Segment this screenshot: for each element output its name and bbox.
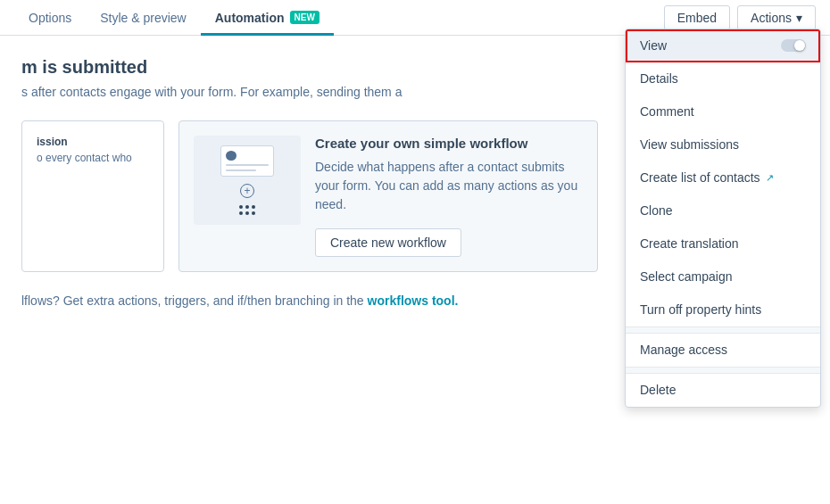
toggle-knob [794, 40, 805, 51]
workflow-card-desc: Decide what happens after a contact subm… [315, 158, 583, 214]
dropdown-item-view-submissions[interactable]: View submissions [626, 128, 820, 161]
external-link-icon: ↗ [766, 172, 774, 184]
submission-card-title: ission [37, 136, 149, 148]
embed-button[interactable]: Embed [664, 5, 730, 30]
view-toggle[interactable] [781, 39, 806, 52]
dropdown-item-view[interactable]: View [626, 29, 820, 62]
form-line-2 [226, 169, 256, 171]
dropdown-item-create-list[interactable]: Create list of contacts ↗ [626, 161, 820, 194]
workflow-card-content: Create your own simple workflow Decide w… [315, 136, 583, 257]
new-badge: NEW [290, 11, 320, 24]
create-workflow-button[interactable]: Create new workflow [315, 228, 461, 257]
tab-options[interactable]: Options [14, 0, 86, 36]
dropdown-item-select-campaign[interactable]: Select campaign [626, 260, 820, 293]
workflows-tool-link[interactable]: workflows tool. [368, 293, 459, 308]
page-subtitle: s after contacts engage with your form. … [21, 85, 607, 99]
tab-style-preview[interactable]: Style & preview [86, 0, 200, 36]
dropdown-item-turn-off-hints[interactable]: Turn off property hints [626, 293, 820, 326]
workflow-card: + Create your own simple workflow Decide… [178, 120, 598, 272]
actions-dropdown: View Details Comment View submissions Cr… [625, 29, 821, 408]
tab-automation[interactable]: Automation NEW [201, 0, 334, 36]
main-content: m is submitted s after contacts engage w… [0, 36, 607, 308]
page-title: m is submitted [21, 57, 607, 78]
dropdown-item-delete[interactable]: Delete [626, 374, 820, 407]
submission-card: ission o every contact who [21, 120, 164, 272]
workflow-cards: ission o every contact who + [21, 120, 607, 272]
dropdown-item-details[interactable]: Details [626, 62, 820, 95]
submission-card-desc: o every contact who [37, 152, 149, 164]
actions-button[interactable]: Actions ▾ [737, 5, 816, 30]
dots-grid [239, 205, 255, 215]
dropdown-section-divider-2 [626, 367, 820, 374]
form-icon [220, 145, 274, 177]
workflow-card-title: Create your own simple workflow [315, 136, 583, 151]
dropdown-item-comment[interactable]: Comment [626, 95, 820, 128]
bottom-text: lflows? Get extra actions, triggers, and… [21, 293, 607, 308]
dropdown-item-create-translation[interactable]: Create translation [626, 227, 820, 260]
avatar-icon [226, 151, 237, 161]
form-line-1 [226, 164, 269, 166]
plus-icon: + [240, 184, 254, 198]
dropdown-section-divider-1 [626, 326, 820, 334]
dropdown-item-clone[interactable]: Clone [626, 194, 820, 227]
dropdown-item-manage-access[interactable]: Manage access [626, 334, 820, 367]
workflow-illustration: + [194, 136, 301, 225]
chevron-down-icon: ▾ [796, 11, 802, 25]
